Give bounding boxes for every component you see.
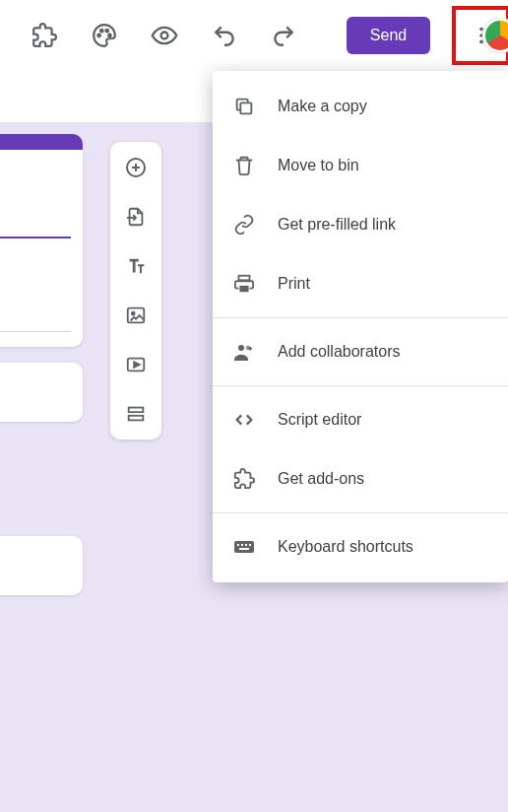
svg-rect-16 <box>129 408 144 413</box>
input-underline <box>0 237 71 238</box>
menu-move-to-bin[interactable]: Move to bin <box>213 136 508 195</box>
svg-point-13 <box>132 312 135 315</box>
svg-point-0 <box>97 34 100 37</box>
menu-item-label: Move to bin <box>278 157 359 174</box>
menu-separator <box>213 512 508 513</box>
svg-rect-23 <box>234 541 254 553</box>
menu-prefilled-link[interactable]: Get pre-filled link <box>213 195 508 254</box>
import-question-icon[interactable] <box>120 201 152 233</box>
add-title-icon[interactable] <box>120 250 152 282</box>
menu-item-label: Keyboard shortcuts <box>278 538 413 556</box>
svg-rect-17 <box>129 416 144 421</box>
menu-item-label: Make a copy <box>278 98 367 115</box>
add-section-icon[interactable] <box>120 398 152 430</box>
menu-keyboard-shortcuts[interactable]: Keyboard shortcuts <box>213 517 508 576</box>
form-card[interactable] <box>0 150 83 347</box>
svg-point-2 <box>106 30 109 33</box>
form-card-3[interactable] <box>0 536 83 595</box>
svg-point-3 <box>108 34 111 37</box>
addons-icon[interactable] <box>24 14 66 57</box>
puzzle-icon <box>232 467 256 491</box>
copy-icon <box>232 95 256 118</box>
menu-item-label: Print <box>278 275 310 293</box>
theme-icon[interactable] <box>84 14 126 57</box>
send-button[interactable]: Send <box>347 17 430 54</box>
add-image-icon[interactable] <box>120 300 152 331</box>
redo-icon[interactable] <box>263 14 305 57</box>
menu-make-copy[interactable]: Make a copy <box>213 77 508 136</box>
svg-rect-27 <box>249 544 251 546</box>
trash-icon <box>232 154 256 177</box>
svg-point-4 <box>160 33 167 39</box>
code-icon <box>232 408 256 432</box>
print-icon <box>232 272 256 296</box>
input-underline-2 <box>0 331 71 332</box>
undo-icon[interactable] <box>203 14 245 57</box>
menu-script-editor[interactable]: Script editor <box>213 390 508 449</box>
tool-palette <box>110 142 161 440</box>
menu-item-label: Add collaborators <box>278 343 401 361</box>
group-add-icon <box>232 340 256 364</box>
menu-item-label: Get add-ons <box>278 470 364 488</box>
menu-print[interactable]: Print <box>213 254 508 313</box>
svg-point-21 <box>238 345 244 351</box>
menu-add-collaborators[interactable]: Add collaborators <box>213 322 508 381</box>
menu-separator <box>213 317 508 318</box>
preview-icon[interactable] <box>144 14 186 57</box>
link-icon <box>232 213 256 237</box>
menu-item-label: Get pre-filled link <box>278 216 396 234</box>
add-question-icon[interactable] <box>120 152 152 183</box>
svg-rect-19 <box>239 276 250 281</box>
topbar: Send <box>0 0 508 71</box>
svg-rect-20 <box>239 286 248 292</box>
add-video-icon[interactable] <box>120 349 152 380</box>
card-accent <box>0 134 83 150</box>
menu-item-label: Script editor <box>278 411 361 429</box>
svg-rect-25 <box>241 544 243 546</box>
keyboard-icon <box>232 535 256 559</box>
more-menu: Make a copy Move to bin Get pre-filled l… <box>213 71 508 582</box>
svg-rect-28 <box>239 548 249 550</box>
form-card-2[interactable] <box>0 363 83 422</box>
svg-rect-18 <box>240 102 251 113</box>
menu-separator <box>213 385 508 386</box>
menu-get-addons[interactable]: Get add-ons <box>213 449 508 508</box>
svg-point-1 <box>100 30 103 33</box>
svg-rect-24 <box>237 544 239 546</box>
svg-rect-26 <box>245 544 247 546</box>
svg-marker-15 <box>134 362 140 368</box>
